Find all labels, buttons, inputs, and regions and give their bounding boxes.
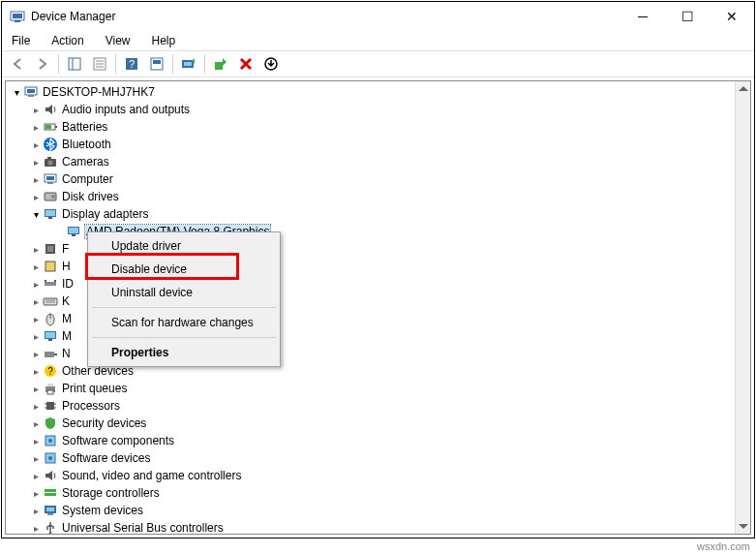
svg-rect-34 — [48, 217, 52, 219]
expand-chevron-icon[interactable]: ▸ — [29, 418, 43, 429]
device-tree-pane: ▾DESKTOP-MHJ7HK7▸Audio inputs and output… — [5, 80, 751, 535]
titlebar[interactable]: Device Manager ─ ☐ ✕ — [2, 2, 754, 31]
expand-chevron-icon[interactable]: ▸ — [29, 192, 43, 202]
tree-category[interactable]: ▸Software devices — [6, 449, 750, 467]
help-button[interactable]: ? — [120, 52, 143, 76]
expand-chevron-icon[interactable]: ▸ — [29, 401, 43, 412]
tree-category[interactable]: ▸Batteries — [6, 118, 750, 136]
ctx-disable-device[interactable]: Disable device — [90, 258, 278, 281]
back-button[interactable] — [6, 52, 29, 76]
svg-rect-14 — [184, 62, 192, 66]
svg-rect-57 — [47, 384, 53, 386]
maximize-button[interactable]: ☐ — [665, 2, 710, 31]
audio-icon — [43, 102, 58, 117]
ctx-separator — [92, 307, 276, 308]
enable-button[interactable] — [209, 52, 232, 76]
expand-chevron-icon[interactable]: ▸ — [29, 244, 43, 255]
tree-category[interactable]: ▾Display adapters — [6, 205, 750, 223]
display-icon — [43, 206, 58, 222]
expand-chevron-icon[interactable]: ▾ — [10, 87, 23, 98]
tree-category[interactable]: ▸Software components — [6, 432, 750, 449]
svg-rect-51 — [48, 339, 52, 341]
expand-chevron-icon[interactable]: ▸ — [29, 453, 43, 464]
svg-rect-59 — [46, 402, 54, 410]
tree-category[interactable]: ▸Audio inputs and outputs — [6, 101, 750, 118]
expand-chevron-icon[interactable]: ▸ — [29, 279, 43, 290]
tree-item-label: Bluetooth — [62, 138, 111, 151]
ctx-scan-hardware[interactable]: Scan for hardware changes — [90, 311, 278, 334]
svg-rect-42 — [45, 280, 46, 282]
tree-category[interactable]: ▸Storage controllers — [6, 484, 750, 502]
expand-chevron-icon[interactable]: ▸ — [29, 436, 43, 446]
window-buttons: ─ ☐ ✕ — [620, 2, 754, 31]
svg-rect-36 — [69, 228, 78, 233]
tree-category[interactable]: ▸Security devices — [6, 415, 750, 432]
expand-chevron-icon[interactable]: ▸ — [29, 296, 43, 307]
expand-chevron-icon[interactable]: ▸ — [29, 384, 43, 394]
expand-chevron-icon[interactable]: ▸ — [29, 122, 43, 133]
ctx-update-driver[interactable]: Update driver — [90, 234, 278, 258]
action-button[interactable] — [145, 52, 168, 76]
tree-item-label: Processors — [62, 399, 120, 413]
bluetooth-icon — [43, 137, 58, 152]
menu-action[interactable]: Action — [47, 32, 87, 49]
menu-view[interactable]: View — [102, 32, 135, 49]
expand-chevron-icon[interactable]: ▸ — [29, 314, 43, 324]
tree-item-label: Universal Serial Bus controllers — [62, 521, 224, 535]
tree-category[interactable]: ▸System devices — [6, 502, 750, 519]
minimize-button[interactable]: ─ — [620, 2, 665, 31]
ctx-properties[interactable]: Properties — [90, 341, 278, 364]
menu-file[interactable]: File — [8, 32, 34, 49]
expand-chevron-icon[interactable]: ▸ — [29, 349, 43, 359]
menu-help[interactable]: Help — [148, 32, 180, 49]
tree-category[interactable]: ▸Processors — [6, 397, 750, 415]
properties-button[interactable] — [88, 52, 111, 76]
expand-chevron-icon[interactable]: ▸ — [29, 174, 43, 185]
menubar: File Action View Help — [2, 31, 754, 50]
system-icon — [43, 503, 58, 518]
tree-item-label: N — [62, 347, 71, 360]
svg-rect-19 — [28, 95, 34, 97]
printer-icon — [43, 381, 58, 396]
expand-chevron-icon[interactable]: ▸ — [29, 506, 43, 516]
tree-category[interactable]: ▸Sound, video and game controllers — [6, 467, 750, 484]
ctx-separator — [92, 337, 276, 338]
expand-chevron-icon[interactable]: ▾ — [29, 209, 43, 220]
expand-chevron-icon[interactable]: ▸ — [29, 157, 43, 168]
tree-category[interactable]: ▸Cameras — [6, 153, 750, 170]
tree-item-label: M — [62, 329, 72, 343]
tree-category[interactable]: ▸Universal Serial Bus controllers — [6, 519, 750, 535]
expand-chevron-icon[interactable]: ▸ — [29, 262, 43, 272]
uninstall-button[interactable] — [259, 52, 283, 76]
expand-chevron-icon[interactable]: ▸ — [29, 488, 43, 499]
tree-item-label: H — [62, 260, 71, 273]
tree-category[interactable]: ▸Computer — [6, 170, 750, 188]
scan-button[interactable] — [177, 52, 200, 76]
svg-text:?: ? — [47, 366, 53, 377]
expand-chevron-icon[interactable]: ▸ — [29, 366, 43, 377]
expand-chevron-icon[interactable]: ▸ — [29, 105, 43, 115]
tree-root[interactable]: ▾DESKTOP-MHJ7HK7 — [6, 83, 750, 101]
tree-item-label: K — [62, 294, 70, 308]
disk-icon — [43, 189, 58, 204]
usb-icon — [43, 520, 58, 535]
svg-point-25 — [48, 161, 53, 166]
tree-category[interactable]: ▸Disk drives — [6, 188, 750, 205]
svg-rect-18 — [27, 89, 35, 93]
expand-chevron-icon[interactable]: ▸ — [29, 471, 43, 481]
svg-rect-15 — [215, 62, 223, 70]
forward-button[interactable] — [31, 52, 54, 76]
software-icon — [43, 433, 58, 448]
disable-button[interactable] — [234, 52, 257, 76]
show-hide-button[interactable] — [63, 52, 86, 76]
tree-item-label: F — [62, 242, 69, 256]
tree-category[interactable]: ▸Bluetooth — [6, 136, 750, 153]
vertical-scrollbar[interactable] — [735, 81, 750, 534]
expand-chevron-icon[interactable]: ▸ — [29, 331, 43, 342]
ctx-uninstall-device[interactable]: Uninstall device — [90, 281, 278, 304]
expand-chevron-icon[interactable]: ▸ — [29, 523, 43, 534]
expand-chevron-icon[interactable]: ▸ — [29, 139, 43, 150]
tree-category[interactable]: ▸Print queues — [6, 380, 750, 397]
close-button[interactable]: ✕ — [710, 2, 754, 31]
display-icon — [43, 328, 58, 344]
